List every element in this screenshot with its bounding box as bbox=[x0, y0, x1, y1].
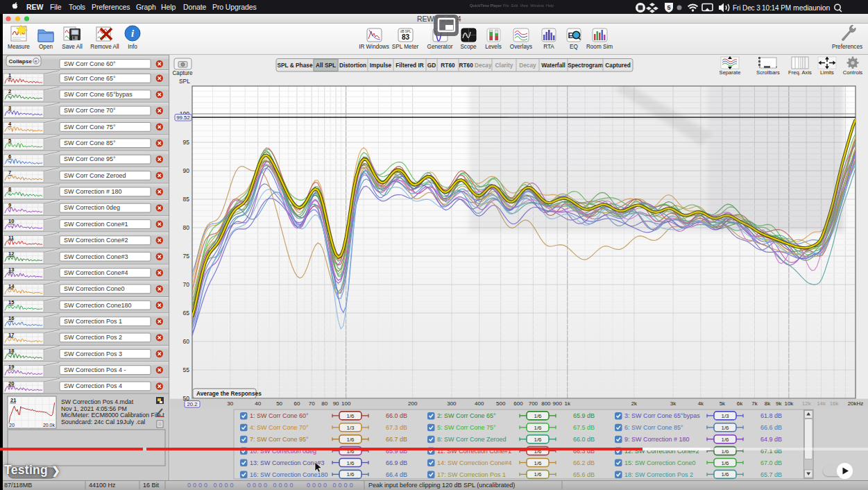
svg-text:1/6: 1/6 bbox=[721, 460, 729, 466]
svg-text:67.5 dB: 67.5 dB bbox=[573, 424, 595, 431]
svg-text:66.6 dB: 66.6 dB bbox=[760, 424, 782, 431]
svg-text:65.7 dB: 65.7 dB bbox=[760, 471, 782, 478]
svg-text:1/6: 1/6 bbox=[346, 437, 355, 443]
svg-text:9: SW Correction # 180: 9: SW Correction # 180 bbox=[624, 436, 690, 443]
svg-text:66.2 dB: 66.2 dB bbox=[573, 459, 595, 466]
svg-text:67.0 dB: 67.0 dB bbox=[760, 459, 782, 466]
svg-text:4: SW Corr Cone 70°: 4: SW Corr Cone 70° bbox=[250, 424, 309, 431]
svg-text:66.7 dB: 66.7 dB bbox=[386, 436, 407, 443]
svg-text:1/6: 1/6 bbox=[721, 437, 729, 443]
svg-text:13: SW Correction Cone#3: 13: SW Correction Cone#3 bbox=[250, 459, 325, 466]
svg-text:0000 0000 0000 0000 0000 0: 0000 0000 0000 0000 0000 0000 bbox=[187, 482, 355, 489]
svg-text:7: SW Corr Cone 95°: 7: SW Corr Cone 95° bbox=[250, 436, 309, 443]
svg-text:15: SW Correction Cone0: 15: SW Correction Cone0 bbox=[624, 459, 696, 466]
svg-text:1/6: 1/6 bbox=[721, 425, 729, 431]
svg-text:1/6: 1/6 bbox=[534, 437, 542, 443]
svg-text:14: SW Correction Cone#4: 14: SW Correction Cone#4 bbox=[437, 459, 512, 466]
svg-text:1/6: 1/6 bbox=[534, 413, 542, 419]
svg-text:66.4 dB: 66.4 dB bbox=[386, 471, 407, 478]
svg-text:65.9 dB: 65.9 dB bbox=[573, 412, 595, 419]
svg-text:66.0 dB: 66.0 dB bbox=[386, 412, 407, 419]
svg-text:1/6: 1/6 bbox=[534, 471, 542, 478]
svg-text:2: SW Corr Cone 65°: 2: SW Corr Cone 65° bbox=[437, 412, 496, 419]
svg-text:Peak input before clipping 120: Peak input before clipping 120 dB SPL (u… bbox=[368, 482, 515, 489]
svg-text:5: SW Corr Cone 75°: 5: SW Corr Cone 75° bbox=[437, 424, 496, 431]
svg-text:6: SW Corr Cone 85°: 6: SW Corr Cone 85° bbox=[624, 424, 683, 431]
svg-text:67.3 dB: 67.3 dB bbox=[386, 424, 407, 431]
svg-text:66.9 dB: 66.9 dB bbox=[386, 459, 407, 466]
svg-text:1/6: 1/6 bbox=[534, 425, 542, 431]
svg-text:1/6: 1/6 bbox=[346, 413, 355, 419]
svg-text:16 Bit: 16 Bit bbox=[143, 482, 160, 489]
svg-text:18: SW Correction Pos 2: 18: SW Correction Pos 2 bbox=[624, 471, 693, 478]
svg-text:16: SW Correction Cone180: 16: SW Correction Cone180 bbox=[250, 471, 328, 478]
svg-text:1/6: 1/6 bbox=[534, 460, 542, 466]
svg-text:61.8 dB: 61.8 dB bbox=[760, 412, 782, 419]
svg-text:1/6: 1/6 bbox=[721, 471, 729, 478]
svg-text:3: SW Corr Cone 65°bypas: 3: SW Corr Cone 65°bypas bbox=[624, 412, 700, 419]
svg-text:44100 Hz: 44100 Hz bbox=[89, 482, 116, 489]
svg-text:87/118MB: 87/118MB bbox=[4, 482, 32, 489]
svg-text:1/6: 1/6 bbox=[346, 471, 355, 478]
svg-text:1/3: 1/3 bbox=[721, 413, 729, 419]
svg-text:1/3: 1/3 bbox=[346, 425, 355, 431]
svg-text:66.0 dB: 66.0 dB bbox=[573, 436, 595, 443]
svg-text:8: SW Corr Cone Zeroed: 8: SW Corr Cone Zeroed bbox=[437, 436, 507, 443]
svg-text:1: SW Corr Cone 60°: 1: SW Corr Cone 60° bbox=[250, 412, 309, 419]
svg-text:1/6: 1/6 bbox=[346, 460, 355, 466]
svg-text:64.9 dB: 64.9 dB bbox=[760, 436, 782, 443]
svg-text:17: SW Correction Pos 1: 17: SW Correction Pos 1 bbox=[437, 471, 506, 478]
svg-text:65.6 dB: 65.6 dB bbox=[573, 471, 595, 478]
